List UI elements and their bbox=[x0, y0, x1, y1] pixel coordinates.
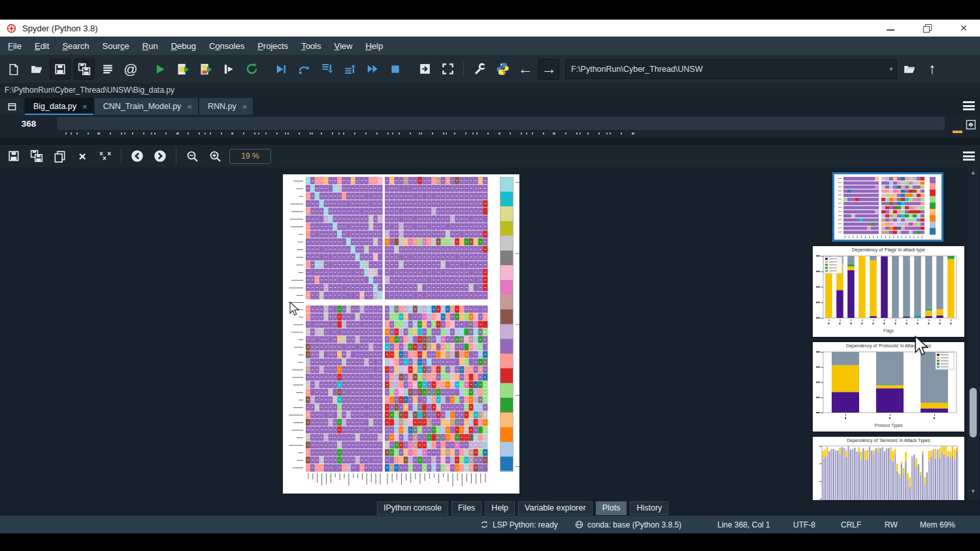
copy-plot-button[interactable] bbox=[50, 148, 69, 165]
lsp-status-text: LSP Python: ready bbox=[493, 520, 558, 529]
floppy-icon bbox=[54, 63, 66, 75]
step-over-button[interactable] bbox=[294, 59, 314, 79]
status-bar: LSP Python: ready conda: base (Python 3.… bbox=[0, 516, 980, 533]
close-button[interactable]: × bbox=[955, 21, 972, 35]
zoom-in-button[interactable] bbox=[205, 148, 225, 165]
toolbar-buttons: @←→ bbox=[4, 59, 563, 80]
chevron-down-icon[interactable]: ▼ bbox=[886, 66, 896, 72]
step-return-button[interactable] bbox=[340, 59, 359, 79]
editor-tab-bar: Big_data.py×CNN_Train_Model.py×RNN.py× bbox=[0, 97, 980, 115]
plot-thumbnail-services[interactable]: Dependency of 'Services' in Attack Types bbox=[812, 436, 965, 500]
save-all-button[interactable] bbox=[74, 59, 95, 80]
menu-edit[interactable]: Edit bbox=[28, 39, 56, 54]
previous-plot-button[interactable] bbox=[127, 148, 147, 165]
pane-tab-plots[interactable]: Plots bbox=[596, 501, 627, 515]
pane-tab-ipython-console[interactable]: IPython console bbox=[377, 501, 448, 515]
run-cell-button[interactable] bbox=[173, 59, 193, 79]
zoom-level-box[interactable]: 19 % bbox=[229, 149, 271, 164]
menu-run[interactable]: Run bbox=[136, 39, 165, 54]
menu-projects[interactable]: Projects bbox=[251, 39, 295, 54]
scroll-up-icon[interactable]: ▲ bbox=[968, 170, 979, 176]
current-line-highlight bbox=[57, 117, 945, 130]
minimize-button[interactable] bbox=[882, 21, 899, 35]
wrench-icon bbox=[474, 63, 486, 75]
next-plot-button[interactable] bbox=[150, 148, 170, 165]
debug-stop-button[interactable] bbox=[385, 59, 405, 79]
editor-tab-rnn-py[interactable]: RNN.py× bbox=[199, 98, 253, 115]
menu-search[interactable]: Search bbox=[56, 39, 95, 54]
editor-options-menu-button[interactable] bbox=[963, 101, 975, 110]
debug-file-button[interactable] bbox=[271, 59, 291, 79]
remove-plot-button[interactable]: × bbox=[73, 148, 92, 165]
back-button[interactable]: ← bbox=[515, 59, 535, 79]
editor-tab-cnn-train-model-py[interactable]: CNN_Train_Model.py× bbox=[95, 98, 198, 115]
editor-pane-icon[interactable] bbox=[964, 118, 977, 131]
code-editor[interactable]: 368 bbox=[0, 115, 980, 138]
find-symbols-button[interactable]: @ bbox=[121, 59, 140, 79]
save-all-plots-button[interactable] bbox=[27, 148, 46, 165]
browse-working-directory-button[interactable] bbox=[900, 59, 919, 79]
close-tab-icon[interactable]: × bbox=[82, 102, 88, 111]
open-file-button[interactable] bbox=[27, 59, 46, 79]
forward-button[interactable]: → bbox=[538, 59, 559, 80]
editor-tabs: Big_data.py×CNN_Train_Model.py×RNN.py× bbox=[25, 98, 254, 115]
plots-options-menu-button[interactable] bbox=[963, 151, 975, 161]
play-green-icon bbox=[154, 63, 166, 75]
pane-arrow-icon bbox=[419, 63, 431, 75]
pane-tab-variable-explorer[interactable]: Variable explorer bbox=[518, 501, 593, 515]
menu-help[interactable]: Help bbox=[359, 39, 389, 54]
menu-view[interactable]: View bbox=[327, 39, 359, 54]
save-plot-button[interactable] bbox=[4, 148, 24, 165]
step-into-icon bbox=[321, 63, 333, 75]
toolbar-right-buttons: ↑ bbox=[900, 59, 945, 79]
plot-thumbnail-heatmap[interactable] bbox=[832, 172, 943, 242]
spyder-window: Spyder (Python 3.8) × FileEditSearchSour… bbox=[0, 0, 980, 551]
working-directory-combobox[interactable]: ▼ bbox=[565, 59, 897, 79]
menu-source[interactable]: Source bbox=[96, 39, 136, 54]
maximize-pane-button[interactable] bbox=[438, 59, 457, 79]
thumbnails-scrollbar[interactable]: ▲ ▼ bbox=[968, 167, 979, 500]
preferences-button[interactable] bbox=[470, 59, 489, 79]
run-cell-advance-button[interactable] bbox=[196, 59, 216, 79]
window-controls: × bbox=[882, 20, 972, 37]
run-file-button[interactable] bbox=[150, 59, 170, 79]
editor-tab-big-data-py[interactable]: Big_data.py× bbox=[25, 98, 93, 115]
save-button[interactable] bbox=[50, 59, 71, 80]
plot-thumbnail-flags[interactable]: Dependency of 'Flags' in attack type Fla… bbox=[812, 245, 965, 338]
menu-debug[interactable]: Debug bbox=[165, 39, 203, 54]
run-selection-button[interactable] bbox=[219, 59, 238, 79]
remove-all-plots-button[interactable]: ××× bbox=[95, 148, 115, 165]
close-tab-icon[interactable]: × bbox=[187, 102, 192, 111]
menu-tools[interactable]: Tools bbox=[295, 39, 327, 54]
menu-consoles[interactable]: Consoles bbox=[203, 39, 251, 54]
restore-button[interactable] bbox=[919, 21, 936, 35]
file-switcher-button[interactable] bbox=[98, 59, 118, 79]
pane-tab-history[interactable]: History bbox=[630, 501, 668, 515]
open-last-pane-button[interactable] bbox=[415, 59, 434, 79]
scroll-down-icon[interactable]: ▼ bbox=[968, 488, 979, 494]
fast-forward-icon bbox=[367, 63, 379, 75]
zoom-out-button[interactable] bbox=[182, 148, 202, 165]
pane-tab-bar: IPython consoleFilesHelpVariable explore… bbox=[0, 500, 980, 516]
working-directory-input[interactable] bbox=[566, 65, 886, 74]
debug-continue-button[interactable] bbox=[363, 59, 382, 79]
plot-thumbnail-protocols[interactable]: Dependency of 'Protocols' in Attack Type… bbox=[812, 341, 965, 432]
arrow-left-icon: ← bbox=[518, 61, 533, 76]
folder-open-icon bbox=[903, 63, 916, 75]
go-to-parent-directory-button[interactable]: ↑ bbox=[923, 59, 942, 79]
title-bar: Spyder (Python 3.8) × bbox=[0, 20, 980, 37]
rerun-cell-button[interactable] bbox=[242, 59, 261, 79]
pane-tab-help[interactable]: Help bbox=[485, 501, 515, 515]
pythonpath-manager-button[interactable] bbox=[493, 59, 512, 79]
close-all-icon: ××× bbox=[99, 151, 111, 161]
floppy-all-icon bbox=[30, 150, 43, 163]
menu-file[interactable]: File bbox=[1, 39, 28, 54]
browse-tabs-button[interactable] bbox=[0, 98, 24, 115]
line-number: 368 bbox=[22, 119, 37, 129]
pane-splitter[interactable] bbox=[0, 138, 980, 145]
new-file-button[interactable] bbox=[4, 59, 24, 79]
scrollbar-thumb[interactable] bbox=[970, 388, 977, 437]
close-tab-icon[interactable]: × bbox=[242, 102, 248, 111]
pane-tab-files[interactable]: Files bbox=[451, 501, 482, 515]
step-into-button[interactable] bbox=[317, 59, 336, 79]
